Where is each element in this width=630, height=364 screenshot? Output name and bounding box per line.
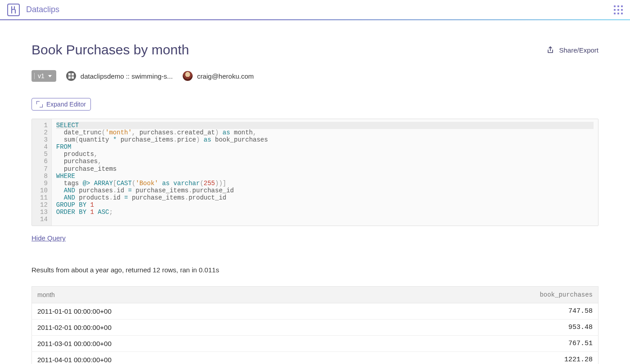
owner-chip[interactable]: craig@heroku.com bbox=[183, 71, 254, 81]
share-icon bbox=[546, 46, 554, 54]
meta-row: v1 dataclipsdemo :: swimming-s... craig@… bbox=[32, 70, 598, 82]
version-selector[interactable]: v1 bbox=[32, 70, 56, 82]
database-name: dataclipsdemo :: swimming-s... bbox=[81, 72, 173, 80]
cell-book-purchases: 953.48 bbox=[355, 320, 598, 336]
expand-icon bbox=[36, 101, 43, 107]
results-table: month book_purchases 2011-01-01 00:00:00… bbox=[32, 286, 598, 364]
database-chip[interactable]: dataclipsdemo :: swimming-s... bbox=[66, 71, 173, 81]
results-meta: Results from about a year ago, returned … bbox=[32, 266, 598, 274]
version-label: v1 bbox=[38, 72, 45, 80]
database-icon bbox=[66, 71, 76, 81]
cell-month: 2011-02-01 00:00:00+00 bbox=[32, 320, 356, 336]
table-row[interactable]: 2011-04-01 00:00:00+001221.28 bbox=[32, 352, 598, 364]
apps-grid-icon[interactable] bbox=[614, 5, 623, 14]
table-row[interactable]: 2011-02-01 00:00:00+00953.48 bbox=[32, 320, 598, 336]
owner-email: craig@heroku.com bbox=[197, 72, 254, 80]
editor-code[interactable]: SELECT date_trunc('month', purchases.cre… bbox=[52, 119, 598, 226]
avatar bbox=[183, 71, 193, 81]
expand-label: Expand Editor bbox=[46, 101, 86, 108]
title-row: Book Purchases by month Share/Export bbox=[32, 42, 598, 58]
page-title: Book Purchases by month bbox=[32, 42, 189, 58]
heroku-logo-icon[interactable] bbox=[7, 4, 20, 16]
cell-book-purchases: 747.58 bbox=[355, 303, 598, 320]
cell-month: 2011-04-01 00:00:00+00 bbox=[32, 352, 356, 364]
table-header-row: month book_purchases bbox=[32, 287, 598, 303]
expand-editor-button[interactable]: Expand Editor bbox=[32, 98, 91, 111]
share-export-button[interactable]: Share/Export bbox=[546, 46, 598, 54]
editor-gutter: 1234567891011121314 bbox=[32, 119, 52, 226]
cell-month: 2011-01-01 00:00:00+00 bbox=[32, 303, 356, 320]
col-month[interactable]: month bbox=[32, 287, 356, 303]
cell-month: 2011-03-01 00:00:00+00 bbox=[32, 336, 356, 352]
table-row[interactable]: 2011-03-01 00:00:00+00767.51 bbox=[32, 336, 598, 352]
table-row[interactable]: 2011-01-01 00:00:00+00747.58 bbox=[32, 303, 598, 320]
topbar: Dataclips bbox=[0, 0, 630, 20]
hide-query-link[interactable]: Hide Query bbox=[32, 234, 66, 242]
cell-book-purchases: 1221.28 bbox=[355, 352, 598, 364]
app-name[interactable]: Dataclips bbox=[26, 5, 59, 14]
content: Book Purchases by month Share/Export v1 … bbox=[0, 20, 630, 364]
col-book-purchases[interactable]: book_purchases bbox=[355, 287, 598, 303]
share-label: Share/Export bbox=[559, 46, 598, 54]
chevron-down-icon bbox=[48, 75, 52, 77]
sql-editor[interactable]: 1234567891011121314 SELECT date_trunc('m… bbox=[32, 119, 598, 226]
cell-book-purchases: 767.51 bbox=[355, 336, 598, 352]
